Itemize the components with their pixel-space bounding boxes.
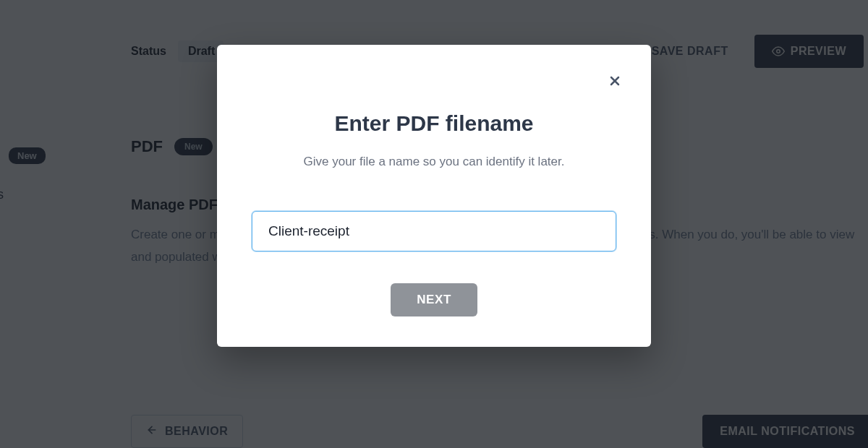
modal-title: Enter PDF filename xyxy=(252,111,616,136)
next-button[interactable]: NEXT xyxy=(391,283,477,316)
close-icon xyxy=(608,74,622,88)
modal-subtitle: Give your file a name so you can identif… xyxy=(252,155,616,169)
close-button[interactable] xyxy=(605,71,625,91)
modal-overlay[interactable]: Enter PDF filename Give your file a name… xyxy=(0,0,868,448)
filename-input[interactable] xyxy=(252,211,616,251)
filename-modal: Enter PDF filename Give your file a name… xyxy=(217,45,651,347)
